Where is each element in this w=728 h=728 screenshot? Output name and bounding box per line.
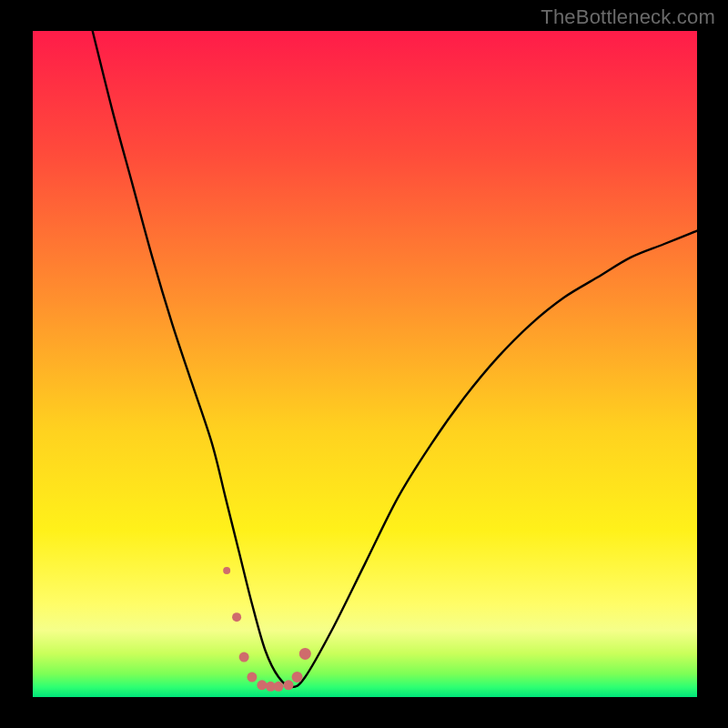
plot-background: [33, 31, 697, 697]
watermark-text: TheBottleneck.com: [541, 5, 715, 29]
highlight-dot: [274, 682, 284, 692]
highlight-dot: [247, 672, 257, 682]
highlight-dot: [292, 672, 303, 682]
chart-frame: TheBottleneck.com: [0, 0, 728, 728]
highlight-dot: [223, 567, 230, 574]
highlight-dot: [284, 680, 294, 690]
highlight-dot: [299, 648, 311, 660]
highlight-dot: [239, 652, 249, 662]
highlight-dot: [257, 680, 267, 690]
highlight-dot: [232, 612, 241, 622]
bottleneck-chart: [0, 0, 728, 728]
